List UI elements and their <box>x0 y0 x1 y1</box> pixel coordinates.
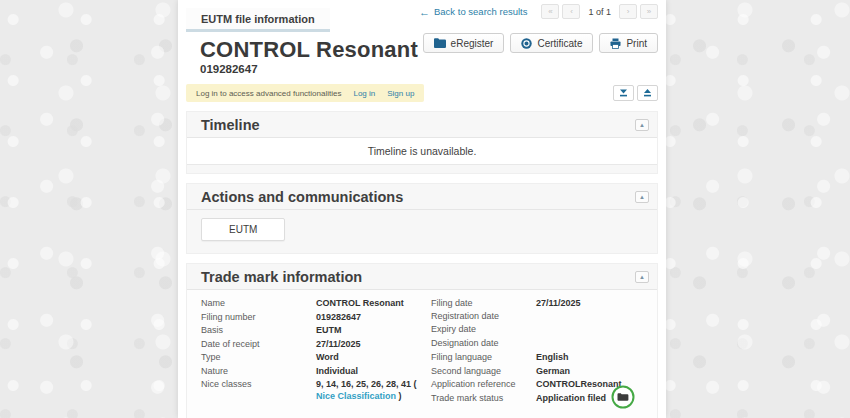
log-in-link[interactable]: Log in <box>353 89 375 98</box>
field-label: Type <box>201 352 316 362</box>
field-value: EUTM <box>316 324 428 336</box>
field-designation-date: Designation date <box>431 338 643 351</box>
status-folder-icon <box>611 385 635 412</box>
trademark-section-title: Trade mark information <box>201 269 362 285</box>
login-row: Log in to access advanced functionalitie… <box>186 84 658 102</box>
expand-all-sections-button[interactable] <box>637 85 658 101</box>
actions-communications-section: Actions and communications ▲ EUTM <box>186 183 658 254</box>
pager-counter: 1 of 1 <box>588 7 611 17</box>
application-number: 019282647 <box>200 63 666 75</box>
field-value: Word <box>316 351 428 363</box>
pager-next-button[interactable]: › <box>619 4 637 19</box>
field-label: Designation date <box>431 338 536 348</box>
field-filing-date: Filing date 27/11/2025 <box>431 297 643 310</box>
pager-first-button[interactable]: « <box>541 4 559 19</box>
nice-classification-link[interactable]: Nice Classification <box>316 391 396 401</box>
field-value: 27/11/2025 <box>536 297 581 309</box>
field-value: CONTROL Resonant <box>316 297 428 309</box>
field-basis: Basis EUTM <box>201 324 431 337</box>
field-label: Application reference <box>431 379 536 389</box>
actions-collapse-button[interactable]: ▲ <box>635 191 649 203</box>
collapse-all-sections-button[interactable] <box>613 85 634 101</box>
field-label: Trade mark status <box>431 393 536 403</box>
field-value: English <box>536 351 569 363</box>
status-text: Application filed <box>536 393 606 403</box>
printer-icon <box>610 38 621 49</box>
timeline-section: Timeline ▲ Timeline is unavailable. <box>186 111 658 174</box>
certificate-seal-icon <box>521 38 532 49</box>
eregister-label: eRegister <box>451 38 494 49</box>
expand-collapse-controls <box>613 85 658 101</box>
certificate-label: Certificate <box>537 38 582 49</box>
eregister-button[interactable]: eRegister <box>423 33 505 53</box>
back-to-search-results-link[interactable]: Back to search results <box>434 6 527 17</box>
field-filing-number: Filing number 019282647 <box>201 311 431 324</box>
folder-icon <box>434 38 446 48</box>
field-value: CONTROLResonant <box>536 378 622 390</box>
field-value: Individual <box>316 365 428 377</box>
pager-prev-button[interactable]: ‹ <box>562 4 580 19</box>
field-label: Expiry date <box>431 324 536 334</box>
nice-classes-numbers: 9, 14, 16, 25, 26, 28, 41 ( <box>316 379 417 389</box>
actions-section-title: Actions and communications <box>201 189 403 205</box>
field-value: 019282647 <box>316 311 428 323</box>
trademark-fields: Name CONTROL Resonant Filing number 0192… <box>187 290 657 418</box>
field-value: Application filed <box>536 392 635 405</box>
field-trade-mark-status: Trade mark status Application filed <box>431 392 643 405</box>
field-label: Basis <box>201 325 316 335</box>
field-label: Name <box>201 298 316 308</box>
timeline-unavailable-message: Timeline is unavailable. <box>187 138 657 165</box>
field-nice-classes: Nice classes 9, 14, 16, 25, 26, 28, 41 (… <box>201 378 431 402</box>
field-name: Name CONTROL Resonant <box>201 297 431 310</box>
field-expiry-date: Expiry date <box>431 324 643 337</box>
pager-last-button[interactable]: » <box>640 4 658 19</box>
certificate-button[interactable]: Certificate <box>510 33 593 53</box>
arrow-to-bar-up-icon <box>643 86 652 101</box>
nice-classes-suffix: ) <box>396 391 402 401</box>
sign-up-link[interactable]: Sign up <box>387 89 414 98</box>
trademark-fields-left-column: Name CONTROL Resonant Filing number 0192… <box>201 297 431 418</box>
field-label: Filing number <box>201 312 316 322</box>
top-navigation: ← Back to search results « ‹ 1 of 1 › » <box>419 4 658 19</box>
login-notice-message: Log in to access advanced functionalitie… <box>196 89 341 98</box>
eutm-tab-button[interactable]: EUTM <box>201 218 285 241</box>
field-label: Registration date <box>431 311 536 321</box>
print-button[interactable]: Print <box>599 33 658 53</box>
trademark-fields-right-column: Filing date 27/11/2025 Registration date… <box>431 297 643 418</box>
field-value: German <box>536 365 570 377</box>
timeline-section-footer <box>187 165 657 173</box>
content-column: ← Back to search results « ‹ 1 of 1 › » … <box>178 0 666 418</box>
field-label: Date of receipt <box>201 339 316 349</box>
arrow-to-bar-down-icon <box>619 86 628 101</box>
field-value: 27/11/2025 <box>316 338 428 350</box>
field-label: Filing language <box>431 352 536 362</box>
field-label: Nature <box>201 366 316 376</box>
tab-eutm-file-information[interactable]: EUTM file information <box>186 8 330 32</box>
field-registration-date: Registration date <box>431 311 643 324</box>
field-value: 9, 14, 16, 25, 26, 28, 41 ( Nice Classif… <box>316 378 428 402</box>
timeline-collapse-button[interactable]: ▲ <box>635 119 649 131</box>
timeline-section-title: Timeline <box>201 117 260 133</box>
field-type: Type Word <box>201 351 431 364</box>
document-action-buttons: eRegister Certificate Print <box>423 33 658 53</box>
results-pager: « ‹ 1 of 1 › » <box>541 4 658 19</box>
field-date-of-receipt: Date of receipt 27/11/2025 <box>201 338 431 351</box>
trademark-information-section: Trade mark information ▲ Name CONTROL Re… <box>186 263 658 418</box>
field-nature: Nature Individual <box>201 365 431 378</box>
actions-section-header: Actions and communications ▲ <box>187 184 657 210</box>
print-label: Print <box>626 38 647 49</box>
trademark-collapse-button[interactable]: ▲ <box>635 271 649 283</box>
actions-section-body: EUTM <box>187 210 657 253</box>
timeline-section-header: Timeline ▲ <box>187 112 657 138</box>
field-label: Filing date <box>431 298 536 308</box>
field-second-language: Second language German <box>431 365 643 378</box>
login-notice-bar: Log in to access advanced functionalitie… <box>186 84 424 102</box>
field-filing-language: Filing language English <box>431 351 643 364</box>
field-label: Nice classes <box>201 379 316 389</box>
field-label: Second language <box>431 366 536 376</box>
trademark-section-header: Trade mark information ▲ <box>187 264 657 290</box>
back-arrow-icon: ← <box>419 6 430 18</box>
